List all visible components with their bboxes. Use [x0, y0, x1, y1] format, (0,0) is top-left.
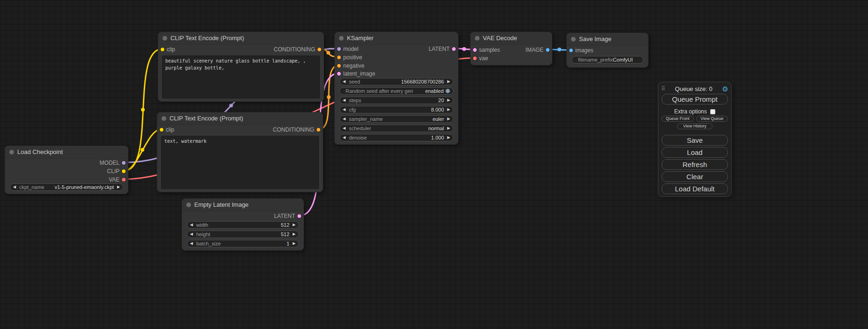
widget-steps[interactable]: ◀ steps 20 ▶ — [339, 97, 453, 104]
decrement-arrow-icon[interactable]: ◀ — [190, 240, 193, 247]
collapse-dot[interactable] — [9, 150, 14, 154]
node-title: CLIP Text Encode (Prompt) — [169, 115, 243, 122]
increment-arrow-icon[interactable]: ▶ — [293, 231, 296, 238]
node-title-bar[interactable]: Load Checkpoint — [5, 146, 128, 159]
widget-label: seed — [349, 79, 360, 84]
increment-arrow-icon[interactable]: ▶ — [447, 97, 450, 104]
input-slot-clip: clip — [166, 126, 174, 133]
widget-cfg[interactable]: ◀ cfg 8.000 ▶ — [339, 106, 453, 113]
node-title-bar[interactable]: Empty Latent Image — [182, 199, 303, 211]
input-slot-vae: vae — [479, 55, 488, 62]
node-title-bar[interactable]: KSampler — [335, 32, 458, 45]
port-input-negative[interactable] — [337, 63, 341, 68]
toggle-knob-icon[interactable] — [445, 89, 450, 93]
widget-height[interactable]: ◀ height 512 ▶ — [187, 231, 299, 238]
node-title-bar[interactable]: CLIP Text Encode (Prompt) — [157, 112, 323, 125]
widget-batch-size[interactable]: ◀ batch_size 1 ▶ — [187, 240, 299, 247]
settings-gear-icon[interactable]: ⚙ — [722, 85, 728, 92]
input-slot-negative: negative — [343, 62, 364, 70]
port-output-latent[interactable] — [452, 47, 456, 51]
increment-arrow-icon[interactable]: ▶ — [293, 240, 296, 247]
port-output-conditioning[interactable] — [316, 127, 321, 132]
history-row: View History — [662, 123, 728, 129]
widget-sampler-name[interactable]: ◀ sampler_name euler ▶ — [339, 115, 453, 123]
port-input-model[interactable] — [337, 47, 341, 51]
port-input-samples[interactable] — [473, 48, 477, 52]
increment-arrow-icon[interactable]: ▶ — [117, 184, 120, 190]
prompt-textarea[interactable]: beautiful scenery nature glass bottle la… — [162, 56, 320, 98]
load-button[interactable]: Load — [662, 147, 728, 158]
collapse-dot[interactable] — [162, 36, 167, 41]
node-save-image[interactable]: Save Image images filename_prefix ComfyU… — [566, 33, 649, 68]
port-input-clip[interactable] — [160, 47, 165, 52]
collapse-dot[interactable] — [186, 203, 191, 207]
collapse-dot[interactable] — [475, 36, 480, 41]
port-input-positive[interactable] — [337, 55, 341, 60]
widget-seed[interactable]: ◀ seed 156680208700286 ▶ — [339, 78, 453, 85]
widget-scheduler[interactable]: ◀ scheduler normal ▶ — [339, 125, 453, 132]
extra-options-checkbox[interactable] — [710, 109, 715, 114]
decrement-arrow-icon[interactable]: ◀ — [343, 97, 346, 104]
output-slot-clip: CLIP — [107, 168, 120, 175]
node-clip-text-encode-negative[interactable]: CLIP Text Encode (Prompt) clip CONDITION… — [157, 112, 323, 192]
node-load-checkpoint[interactable]: Load Checkpoint MODEL CLIP VAE ◀ ckpt_na… — [5, 146, 128, 194]
port-output-latent[interactable] — [297, 214, 302, 218]
decrement-arrow-icon[interactable]: ◀ — [343, 78, 346, 85]
link-midpoint-dot — [141, 108, 145, 112]
node-empty-latent-image[interactable]: Empty Latent Image LATENT ◀ width 512 ▶ … — [182, 198, 304, 251]
widget-value: 8.000 — [431, 107, 444, 112]
widget-ckpt-name[interactable]: ◀ ckpt_name v1-5-pruned-emaonly.ckpt ▶ — [10, 183, 123, 191]
node-graph-canvas[interactable]: Load Checkpoint MODEL CLIP VAE ◀ ckpt_na… — [0, 0, 868, 329]
increment-arrow-icon[interactable]: ▶ — [447, 106, 450, 113]
decrement-arrow-icon[interactable]: ◀ — [190, 231, 193, 238]
node-title-bar[interactable]: VAE Decode — [471, 32, 552, 45]
decrement-arrow-icon[interactable]: ◀ — [343, 116, 346, 122]
node-vae-decode[interactable]: VAE Decode samples vae IMAGE — [470, 32, 552, 65]
port-input-images[interactable] — [569, 48, 573, 53]
increment-arrow-icon[interactable]: ▶ — [447, 116, 450, 122]
widget-width[interactable]: ◀ width 512 ▶ — [187, 221, 299, 229]
load-default-button[interactable]: Load Default — [662, 183, 728, 194]
input-slot-samples: samples — [479, 46, 500, 54]
node-clip-text-encode-positive[interactable]: CLIP Text Encode (Prompt) clip CONDITION… — [158, 32, 324, 102]
prompt-textarea[interactable]: text, watermark — [161, 136, 319, 189]
widget-filename-prefix[interactable]: filename_prefix ComfyUI — [572, 56, 643, 63]
port-output-image[interactable] — [545, 48, 550, 52]
port-output-clip[interactable] — [121, 169, 126, 174]
queue-front-button[interactable]: Queue Front — [662, 116, 694, 122]
collapse-dot[interactable] — [162, 116, 166, 121]
port-output-vae[interactable] — [121, 177, 126, 182]
decrement-arrow-icon[interactable]: ◀ — [343, 125, 346, 132]
drag-handle-icon[interactable]: ⠿ — [661, 85, 665, 92]
increment-arrow-icon[interactable]: ▶ — [447, 78, 450, 85]
widget-label: denoise — [349, 135, 367, 140]
increment-arrow-icon[interactable]: ▶ — [293, 222, 296, 228]
view-queue-button[interactable]: View Queue — [696, 116, 728, 122]
collapse-dot[interactable] — [339, 36, 344, 41]
widget-random-seed-toggle[interactable]: Random seed after every gen enabled — [339, 87, 453, 95]
decrement-arrow-icon[interactable]: ◀ — [343, 106, 346, 113]
node-title-bar[interactable]: Save Image — [567, 33, 648, 46]
save-button[interactable]: Save — [662, 135, 728, 146]
port-output-conditioning[interactable] — [317, 47, 322, 52]
decrement-arrow-icon[interactable]: ◀ — [13, 184, 16, 190]
port-input-vae[interactable] — [473, 56, 477, 61]
increment-arrow-icon[interactable]: ▶ — [447, 125, 450, 132]
port-output-model[interactable] — [121, 161, 126, 165]
port-input-latent-image[interactable] — [337, 71, 341, 76]
decrement-arrow-icon[interactable]: ◀ — [190, 222, 193, 228]
widget-denoise[interactable]: ◀ denoise 1.000 ▶ — [339, 134, 453, 141]
clear-button[interactable]: Clear — [662, 171, 728, 182]
node-title-bar[interactable]: CLIP Text Encode (Prompt) — [158, 32, 324, 45]
queue-prompt-button[interactable]: Queue Prompt — [662, 94, 728, 105]
refresh-button[interactable]: Refresh — [662, 159, 728, 170]
collapse-dot[interactable] — [571, 37, 576, 42]
increment-arrow-icon[interactable]: ▶ — [447, 134, 450, 141]
input-slot-model: model — [343, 45, 359, 53]
link-midpoint-dot — [141, 148, 144, 152]
view-history-button[interactable]: View History — [677, 123, 713, 129]
node-ksampler[interactable]: KSampler model positive negative latent_… — [334, 32, 459, 145]
decrement-arrow-icon[interactable]: ◀ — [343, 134, 346, 141]
port-input-clip[interactable] — [159, 127, 164, 132]
widget-label: height — [196, 231, 210, 237]
